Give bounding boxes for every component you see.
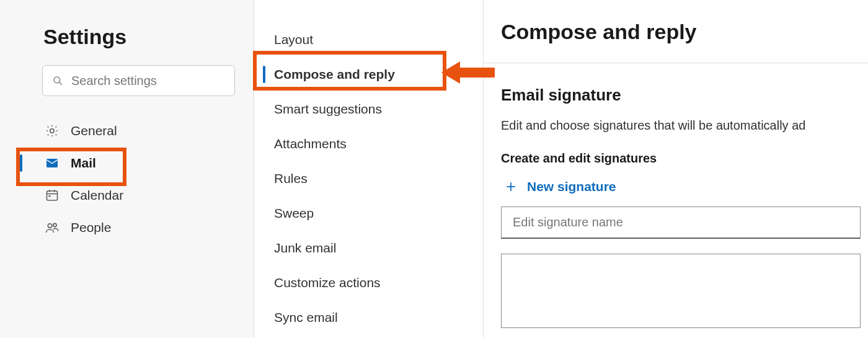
- subnav-sync-email[interactable]: Sync email: [254, 300, 483, 335]
- svg-rect-7: [49, 195, 51, 197]
- calendar-icon: [45, 188, 60, 203]
- subnav-label: Sweep: [274, 206, 314, 221]
- subnav-label: Smart suggestions: [274, 102, 382, 117]
- settings-window: Settings General Mail: [0, 0, 868, 338]
- subnav-sweep[interactable]: Sweep: [254, 196, 483, 231]
- subnav-junk-email[interactable]: Junk email: [254, 231, 483, 265]
- settings-subcategories-panel: Layout Compose and reply Smart suggestio…: [254, 0, 484, 338]
- subnav-label: Junk email: [274, 241, 336, 256]
- people-icon: [45, 220, 60, 235]
- section-description: Edit and choose signatures that will be …: [501, 118, 868, 133]
- svg-point-2: [50, 129, 54, 133]
- subnav-label: Rules: [274, 171, 308, 186]
- subnav-label: Layout: [274, 32, 313, 47]
- svg-point-8: [48, 224, 51, 228]
- gear-icon: [45, 123, 60, 138]
- sidebar-item-mail[interactable]: Mail: [42, 147, 235, 179]
- section-title-email-signature: Email signature: [501, 86, 868, 105]
- mail-settings-list: Layout Compose and reply Smart suggestio…: [254, 22, 483, 335]
- settings-detail-panel: Compose and reply Email signature Edit a…: [484, 0, 868, 338]
- signature-editor[interactable]: [501, 254, 861, 328]
- sidebar-item-label: Mail: [71, 156, 96, 171]
- subnav-label: Customize actions: [274, 275, 381, 290]
- plus-icon: [505, 180, 517, 193]
- svg-point-9: [53, 223, 56, 226]
- sidebar-item-label: Calendar: [71, 188, 123, 203]
- settings-categories-panel: Settings General Mail: [0, 0, 254, 338]
- sidebar-item-label: People: [71, 220, 111, 235]
- subnav-label: Compose and reply: [274, 67, 395, 82]
- settings-search[interactable]: [42, 65, 235, 96]
- new-signature-button[interactable]: New signature: [505, 179, 616, 194]
- sidebar-item-label: General: [71, 123, 117, 138]
- subnav-label: Attachments: [274, 136, 347, 151]
- settings-search-input[interactable]: [42, 65, 235, 96]
- sidebar-item-general[interactable]: General: [42, 115, 235, 147]
- svg-rect-3: [47, 191, 58, 200]
- settings-category-list: General Mail Calendar: [42, 115, 235, 244]
- settings-title: Settings: [43, 25, 235, 49]
- page-title: Compose and reply: [501, 20, 868, 44]
- mail-icon: [45, 156, 60, 171]
- subnav-smart-suggestions[interactable]: Smart suggestions: [254, 92, 483, 127]
- subnav-rules[interactable]: Rules: [254, 161, 483, 196]
- subnav-layout[interactable]: Layout: [254, 22, 483, 57]
- subnav-label: Sync email: [274, 310, 338, 325]
- search-icon: [52, 75, 63, 86]
- new-signature-label: New signature: [527, 179, 616, 194]
- signature-name-input[interactable]: [501, 207, 861, 239]
- sidebar-item-people[interactable]: People: [42, 211, 235, 244]
- svg-line-1: [60, 82, 62, 85]
- svg-point-0: [54, 77, 60, 83]
- subnav-attachments[interactable]: Attachments: [254, 127, 483, 161]
- subnav-customize-actions[interactable]: Customize actions: [254, 265, 483, 300]
- sub-section-title: Create and edit signatures: [501, 151, 868, 166]
- divider: [484, 63, 868, 63]
- subnav-compose-and-reply[interactable]: Compose and reply: [254, 57, 483, 92]
- sidebar-item-calendar[interactable]: Calendar: [42, 179, 235, 211]
